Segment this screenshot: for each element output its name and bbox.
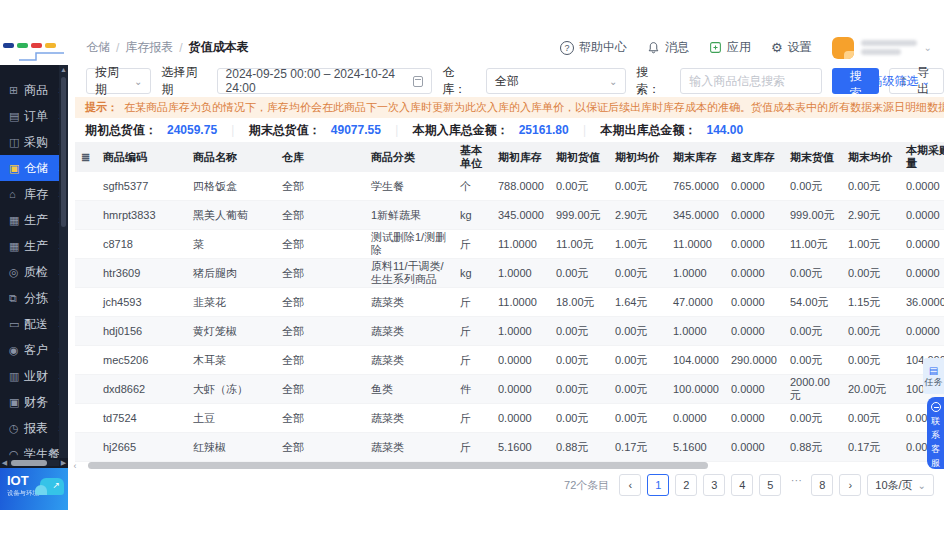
user-menu[interactable]: ⌄ — [832, 37, 932, 59]
page-button-2[interactable]: 2 — [675, 474, 697, 496]
sidebar-item-purchase[interactable]: ◫采购› — [0, 129, 68, 155]
page-button-5[interactable]: 5 — [759, 474, 781, 496]
calendar-icon — [413, 76, 423, 87]
column-settings-icon[interactable]: ≣ — [81, 151, 90, 164]
breadcrumb-item[interactable]: 库存报表 — [125, 39, 173, 56]
chevron-down-icon: ⌄ — [924, 42, 932, 53]
table-cell: 全部 — [274, 404, 363, 432]
table-cell: 0.00元 — [782, 346, 840, 374]
breadcrumb-item[interactable]: 仓储 — [86, 39, 110, 56]
sidebar-item-label: 库存 — [24, 186, 58, 203]
sidebar-item-delivery[interactable]: ▭配送› — [0, 311, 68, 337]
page-size-select[interactable]: 10条/页 ⌄ — [867, 474, 934, 496]
sidebar-item-qc[interactable]: ◎质检› — [0, 259, 68, 285]
table-cell: 11.0000 — [490, 288, 548, 316]
page-button-3[interactable]: 3 — [703, 474, 725, 496]
messages-button[interactable]: 消息 — [647, 39, 689, 56]
sidebar-vertical-scrollbar[interactable]: ▲ — [59, 65, 68, 458]
prev-page-button[interactable]: ‹ — [619, 474, 641, 496]
task-widget[interactable]: ▤ 任务 — [923, 358, 944, 394]
table-cell: 0.00元 — [607, 259, 665, 287]
table-cell: 5.1600 — [665, 433, 723, 461]
table-row[interactable]: dxd8662大虾（冻）全部鱼类件0.00000.00元0.00元100.000… — [75, 375, 944, 404]
sidebar-item-customers[interactable]: ◉客户› — [0, 337, 68, 363]
table-cell: 54.00元 — [782, 288, 840, 316]
table-cell: 0.0000 — [723, 375, 782, 403]
finance-icon: ▣ — [9, 396, 24, 409]
table-cell: 全部 — [274, 346, 363, 374]
scroll-left-icon[interactable]: ◀ — [0, 459, 9, 467]
settings-button[interactable]: ⚙ 设置 — [771, 39, 812, 56]
table-row[interactable]: td7524土豆全部蔬菜类斤0.00000.00元0.00元0.00000.00… — [75, 404, 944, 433]
table-cell: 0.0000 — [898, 201, 944, 229]
table-cell: 0.0000 — [723, 433, 782, 461]
table-row[interactable]: mec5206木耳菜全部蔬菜类斤0.00000.00元0.00元104.0000… — [75, 346, 944, 375]
table-row[interactable]: hmrpt3833黑美人葡萄全部1新鲜蔬果kg345.0000999.00元2.… — [75, 201, 944, 230]
warehouse-select[interactable]: 全部 ⌄ — [486, 68, 626, 94]
contact-service-widget[interactable]: 联系客服 — [927, 397, 944, 469]
next-page-button[interactable]: › — [839, 474, 861, 496]
table-row[interactable]: sgfh5377四格饭盒全部学生餐个788.00000.00元0.00元765.… — [75, 172, 944, 201]
table-row[interactable]: jch4593韭菜花全部蔬菜类斤11.000018.00元1.64元47.000… — [75, 288, 944, 317]
table-cell: 菜 — [185, 230, 274, 258]
scrollbar-thumb[interactable] — [11, 460, 47, 466]
sidebar-item-student-meal[interactable]: ◠学生餐› — [0, 441, 68, 458]
table-cell: 0.00元 — [840, 346, 898, 374]
table-cell: 0.00元 — [548, 404, 607, 432]
help-center-button[interactable]: ? 帮助中心 — [560, 39, 627, 56]
scroll-up-icon[interactable]: ▲ — [59, 65, 68, 75]
apps-button[interactable]: 应用 — [709, 39, 751, 56]
iot-panel[interactable]: IOT 设备与环境 — [0, 468, 68, 510]
table-row[interactable]: htr3609猪后腿肉全部原料11/干调类/生生系列商品kg1.00000.00… — [75, 259, 944, 288]
period-mode-select[interactable]: 按周期 ⌄ — [86, 68, 151, 94]
table-cell: 0.0000 — [723, 172, 782, 200]
sidebar: ⊞商品›▤订单›◫采购›▣仓储›⌂库存›▦生产›▦生产›◎质检›⧉分拣›▭配送›… — [0, 65, 68, 458]
table-horizontal-scrollbar[interactable]: ‹ › — [70, 461, 944, 470]
table-cell: 0.0000 — [490, 375, 548, 403]
page-button-8[interactable]: 8 — [811, 474, 833, 496]
sidebar-item-reports[interactable]: ◷报表› — [0, 415, 68, 441]
table-cell: 大虾（冻） — [185, 375, 274, 403]
table-cell: 全部 — [274, 201, 363, 229]
table-cell: 斤 — [452, 346, 490, 374]
sidebar-item-finance[interactable]: ▣财务› — [0, 389, 68, 415]
advanced-filter-toggle[interactable]: 高级筛选 ⌄ — [871, 73, 930, 90]
table-cell: 0.0000 — [898, 259, 944, 287]
scroll-left-icon[interactable]: ‹ — [70, 461, 80, 471]
sidebar-item-production[interactable]: ▦生产› — [0, 207, 68, 233]
page-button-1[interactable]: 1 — [647, 474, 669, 496]
service-label-char: 联 — [931, 415, 940, 427]
sidebar-item-orders[interactable]: ▤订单› — [0, 103, 68, 129]
table-cell: 0.0000 — [723, 317, 782, 345]
table-cell: 0.0000 — [723, 230, 782, 258]
sidebar-item-inventory[interactable]: ⌂库存› — [0, 181, 68, 207]
table-cell: hdj0156 — [95, 317, 185, 345]
scrollbar-thumb[interactable] — [61, 77, 66, 227]
table-cell: 0.0000 — [898, 230, 944, 258]
table-row[interactable]: c8718菜全部测试删除1/测删除斤11.000011.00元1.00元11.0… — [75, 230, 944, 259]
app-grid-icon — [709, 41, 722, 54]
column-header: 期初库存 — [490, 142, 548, 172]
summary-label: 本期入库总金额： — [413, 122, 509, 139]
scroll-right-icon[interactable]: ▶ — [59, 459, 68, 467]
table-row[interactable]: hj2665红辣椒全部蔬菜类斤5.16000.88元0.17元5.16000.0… — [75, 433, 944, 462]
search-input[interactable]: 输入商品信息搜索 — [680, 68, 822, 94]
table-row[interactable]: hdj0156黄灯笼椒全部蔬菜类斤1.00000.00元0.00元1.00000… — [75, 317, 944, 346]
table-cell: 0.17元 — [607, 433, 665, 461]
table-cell: 1.0000 — [665, 259, 723, 287]
table-cell: 11.0000 — [665, 230, 723, 258]
sidebar-item-products[interactable]: ⊞商品› — [0, 77, 68, 103]
sidebar-item-biz-finance[interactable]: ▥业财› — [0, 363, 68, 389]
sidebar-item-production-2[interactable]: ▦生产› — [0, 233, 68, 259]
delivery-icon: ▭ — [9, 318, 24, 331]
sidebar-item-sorting[interactable]: ⧉分拣› — [0, 285, 68, 311]
table-cell: 黑美人葡萄 — [185, 201, 274, 229]
page-button-4[interactable]: 4 — [731, 474, 753, 496]
notice-label: 提示： — [85, 100, 118, 115]
sidebar-horizontal-scrollbar[interactable]: ◀ ▶ — [0, 458, 68, 468]
date-range-input[interactable]: 2024-09-25 00:00 – 2024-10-24 24:00 — [217, 68, 433, 94]
column-header: 期初货值 — [548, 142, 607, 172]
sidebar-item-warehouse[interactable]: ▣仓储› — [0, 155, 68, 181]
table-cell: 蔬菜类 — [363, 346, 452, 374]
scrollbar-thumb[interactable] — [88, 462, 708, 469]
